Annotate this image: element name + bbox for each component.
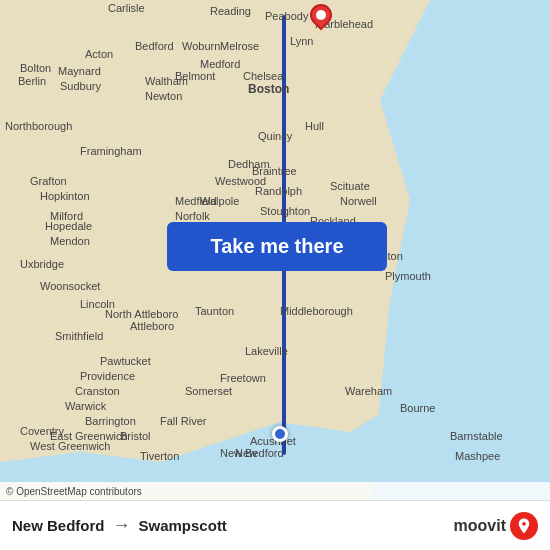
arrow-icon: →	[113, 515, 131, 536]
destination-label: Swampscott	[139, 517, 227, 534]
route-info: New Bedford → Swampscott	[12, 515, 227, 536]
moovit-logo: moovit	[454, 512, 538, 540]
moovit-icon	[510, 512, 538, 540]
take-me-there-button[interactable]: Take me there	[167, 222, 387, 271]
map-attribution: © OpenStreetMap contributors	[0, 482, 550, 500]
moovit-text: moovit	[454, 517, 506, 535]
origin-label: New Bedford	[12, 517, 105, 534]
map-container: Take me there CarlisleNewtonReadingPeabo…	[0, 0, 550, 500]
bottom-bar: New Bedford → Swampscott moovit	[0, 500, 550, 550]
destination-pin	[310, 4, 334, 36]
origin-pin	[272, 426, 288, 442]
